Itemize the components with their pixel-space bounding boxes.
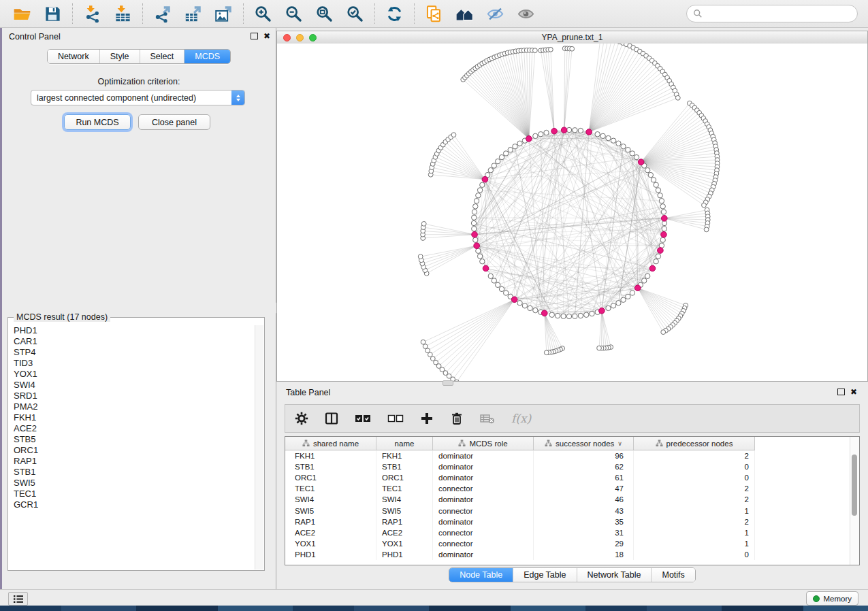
cell[interactable]: dominator bbox=[433, 516, 534, 527]
settings-gear-icon[interactable] bbox=[295, 411, 308, 426]
cell[interactable]: 47 bbox=[534, 483, 634, 494]
table-row[interactable]: TEC1TEC1connector472 bbox=[285, 483, 850, 494]
table-row[interactable]: SWI5SWI5connector431 bbox=[285, 505, 850, 516]
mcds-result-item[interactable]: SWI5 bbox=[14, 478, 255, 489]
mcds-result-item[interactable]: STB5 bbox=[14, 434, 255, 445]
open-session-button[interactable] bbox=[12, 3, 33, 24]
cell[interactable]: YOX1 bbox=[285, 538, 376, 549]
cell[interactable]: connector bbox=[433, 505, 534, 516]
column-header-successor-nodes[interactable]: successor nodes∨ bbox=[534, 437, 634, 450]
mcds-result-item[interactable]: GCR1 bbox=[14, 499, 255, 510]
cell[interactable]: 62 bbox=[534, 461, 634, 472]
cell[interactable]: 46 bbox=[534, 494, 634, 505]
cell[interactable]: dominator bbox=[433, 461, 534, 472]
cell[interactable]: connector bbox=[433, 538, 534, 549]
zoom-out-button[interactable] bbox=[283, 3, 304, 24]
mcds-result-item[interactable]: TID3 bbox=[14, 358, 255, 369]
cell[interactable]: SWI5 bbox=[376, 505, 433, 516]
cell[interactable]: SWI4 bbox=[376, 494, 433, 505]
table-scrollbar[interactable] bbox=[850, 437, 859, 565]
cell[interactable]: TEC1 bbox=[376, 483, 433, 494]
mcds-result-item[interactable]: PMA2 bbox=[14, 401, 255, 412]
tab-motifs[interactable]: Motifs bbox=[651, 568, 694, 582]
export-table-button[interactable] bbox=[182, 3, 204, 24]
hide-selected-button[interactable] bbox=[485, 3, 506, 24]
cell[interactable]: connector bbox=[433, 527, 534, 538]
cell[interactable]: 96 bbox=[534, 450, 634, 461]
sort-arrow-icon[interactable]: ∨ bbox=[617, 440, 622, 447]
mcds-result-item[interactable]: ACE2 bbox=[14, 423, 255, 434]
network-titlebar[interactable]: YPA_prune.txt_1 bbox=[277, 31, 867, 44]
mcds-result-item[interactable]: FKH1 bbox=[14, 412, 255, 423]
export-image-button[interactable] bbox=[213, 3, 234, 24]
zoom-selected-button[interactable] bbox=[344, 3, 366, 24]
column-header-name[interactable]: name bbox=[376, 437, 433, 450]
cell[interactable]: 31 bbox=[534, 527, 634, 538]
cell[interactable]: RAP1 bbox=[376, 516, 433, 527]
table-row[interactable]: YOX1YOX1connector291 bbox=[285, 538, 850, 549]
cell[interactable]: dominator bbox=[433, 494, 534, 505]
cell[interactable]: ACE2 bbox=[376, 527, 433, 538]
mcds-list-scrollbar[interactable] bbox=[255, 325, 263, 569]
cell[interactable]: 1 bbox=[634, 505, 755, 516]
mcds-result-item[interactable]: PHD1 bbox=[14, 325, 255, 336]
cell[interactable]: 35 bbox=[534, 516, 634, 527]
task-history-button[interactable] bbox=[8, 592, 28, 606]
table-row[interactable]: SWI4SWI4dominator462 bbox=[285, 494, 850, 505]
delete-table-icon[interactable] bbox=[480, 411, 495, 426]
cell[interactable]: 1 bbox=[634, 527, 755, 538]
cell[interactable]: 18 bbox=[534, 549, 634, 560]
cell[interactable]: dominator bbox=[433, 472, 534, 483]
table-row[interactable]: ACE2ACE2connector311 bbox=[285, 527, 850, 538]
cell[interactable]: 1 bbox=[634, 538, 755, 549]
save-session-button[interactable] bbox=[42, 3, 63, 24]
cell[interactable]: ORC1 bbox=[376, 472, 433, 483]
show-all-button[interactable] bbox=[515, 3, 536, 24]
cell[interactable]: YOX1 bbox=[376, 538, 433, 549]
select-all-checks-icon[interactable] bbox=[355, 411, 371, 426]
table-row[interactable]: FKH1FKH1dominator962 bbox=[285, 450, 850, 461]
mcds-result-item[interactable]: RAP1 bbox=[14, 456, 255, 467]
float-panel-icon[interactable] bbox=[251, 33, 258, 39]
show-columns-icon[interactable] bbox=[325, 411, 338, 426]
function-builder-icon[interactable]: f(x) bbox=[511, 412, 531, 425]
cell[interactable]: connector bbox=[433, 483, 534, 494]
cell[interactable]: 0 bbox=[634, 549, 755, 560]
cell[interactable]: 2 bbox=[634, 483, 755, 494]
cell[interactable]: PHD1 bbox=[285, 549, 376, 560]
close-panel-icon[interactable]: ✖ bbox=[850, 389, 857, 395]
cell[interactable]: RAP1 bbox=[285, 516, 376, 527]
memory-button[interactable]: Memory bbox=[806, 591, 858, 606]
cell[interactable]: 61 bbox=[534, 472, 634, 483]
mcds-result-item[interactable]: CAR1 bbox=[14, 336, 255, 347]
close-panel-button[interactable]: Close panel bbox=[138, 114, 210, 130]
cell[interactable]: FKH1 bbox=[285, 450, 376, 461]
column-header-shared-name[interactable]: shared name bbox=[285, 437, 376, 450]
mcds-result-item[interactable]: STP4 bbox=[14, 347, 255, 358]
cell[interactable]: STB1 bbox=[376, 461, 433, 472]
cell[interactable]: 2 bbox=[634, 494, 755, 505]
float-panel-icon[interactable] bbox=[837, 389, 845, 395]
cell[interactable]: ACE2 bbox=[285, 527, 376, 538]
tab-edge-table[interactable]: Edge Table bbox=[513, 568, 576, 582]
mcds-result-item[interactable]: YOX1 bbox=[14, 369, 255, 380]
zoom-in-button[interactable] bbox=[253, 3, 274, 24]
tab-style[interactable]: Style bbox=[99, 50, 140, 63]
cell[interactable]: PHD1 bbox=[376, 549, 433, 560]
table-row[interactable]: PHD1PHD1dominator180 bbox=[285, 549, 850, 560]
mcds-result-item[interactable]: SRD1 bbox=[14, 391, 255, 401]
column-header-MCDS-role[interactable]: MCDS role bbox=[433, 437, 534, 450]
mcds-result-item[interactable]: ORC1 bbox=[14, 445, 255, 456]
export-network-button[interactable] bbox=[152, 3, 173, 24]
cell[interactable]: FKH1 bbox=[376, 450, 433, 461]
zoom-fit-button[interactable] bbox=[314, 3, 335, 24]
column-header-predecessor-nodes[interactable]: predecessor nodes bbox=[634, 437, 755, 450]
cell[interactable]: 0 bbox=[634, 461, 755, 472]
cell[interactable]: dominator bbox=[433, 549, 534, 560]
mcds-result-item[interactable]: SWI4 bbox=[14, 380, 255, 391]
cell[interactable]: 29 bbox=[534, 538, 634, 549]
network-canvas[interactable] bbox=[277, 44, 867, 381]
clear-checks-icon[interactable] bbox=[387, 411, 404, 426]
cell[interactable]: SWI5 bbox=[285, 505, 376, 516]
cell[interactable]: SWI4 bbox=[285, 494, 376, 505]
